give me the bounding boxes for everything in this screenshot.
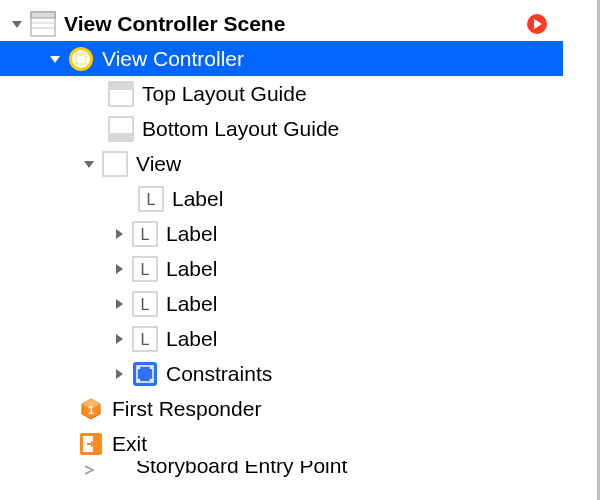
layout-guide-icon	[108, 81, 134, 107]
disclosure-triangle-icon[interactable]	[82, 157, 96, 171]
label-row[interactable]: L Label	[0, 286, 563, 321]
svg-marker-7	[50, 56, 60, 63]
svg-point-35	[150, 366, 153, 369]
layout-guide-icon	[108, 116, 134, 142]
disclosure-triangle-icon[interactable]	[112, 227, 126, 241]
svg-text:L: L	[141, 261, 150, 278]
disclosure-triangle-icon[interactable]	[48, 52, 62, 66]
svg-marker-31	[116, 369, 123, 379]
svg-rect-2	[31, 12, 55, 18]
svg-marker-22	[116, 264, 123, 274]
document-outline[interactable]: View Controller Scene View Controller	[0, 0, 563, 479]
label-text: Label	[166, 258, 217, 279]
svg-text:L: L	[141, 226, 150, 243]
constraints-icon	[132, 361, 158, 387]
svg-rect-16	[103, 152, 127, 176]
svg-point-36	[138, 378, 141, 381]
svg-text:L: L	[147, 191, 156, 208]
goto-icon[interactable]	[526, 13, 548, 35]
disclosure-triangle-icon[interactable]	[10, 17, 24, 31]
scene-title: View Controller Scene	[64, 13, 285, 34]
label-row[interactable]: L Label	[0, 216, 563, 251]
bottom-layout-guide-row[interactable]: Bottom Layout Guide	[0, 111, 563, 146]
storyboard-entry-label: Storyboard Entry Point	[136, 461, 347, 476]
label-text: Label	[172, 188, 223, 209]
scene-row[interactable]: View Controller Scene	[0, 6, 563, 41]
label-row[interactable]: L Label	[0, 181, 563, 216]
label-icon: L	[132, 221, 158, 247]
scene-icon	[30, 11, 56, 37]
exit-icon	[78, 431, 104, 457]
svg-marker-0	[12, 21, 22, 28]
svg-text:L: L	[141, 296, 150, 313]
svg-text:L: L	[141, 331, 150, 348]
label-row[interactable]: L Label	[0, 251, 563, 286]
entry-arrow-icon	[82, 463, 96, 477]
label-icon: L	[132, 291, 158, 317]
label-text: Label	[166, 328, 217, 349]
first-responder-row[interactable]: 1 First Responder	[0, 391, 563, 426]
exit-row[interactable]: Exit	[0, 426, 563, 461]
first-responder-label: First Responder	[112, 398, 261, 419]
view-controller-label: View Controller	[102, 48, 244, 69]
top-layout-guide-label: Top Layout Guide	[142, 83, 307, 104]
svg-rect-14	[109, 133, 133, 141]
svg-marker-28	[116, 334, 123, 344]
constraints-label: Constraints	[166, 363, 272, 384]
view-row[interactable]: View	[0, 146, 563, 181]
svg-point-37	[150, 378, 153, 381]
svg-text:1: 1	[88, 404, 94, 416]
label-row[interactable]: L Label	[0, 321, 563, 356]
exit-label: Exit	[112, 433, 147, 454]
label-text: Label	[166, 293, 217, 314]
view-controller-icon	[68, 46, 94, 72]
svg-point-9	[72, 50, 90, 68]
label-icon: L	[132, 326, 158, 352]
svg-marker-25	[116, 299, 123, 309]
view-controller-row[interactable]: View Controller	[0, 41, 563, 76]
svg-point-34	[138, 366, 141, 369]
disclosure-triangle-icon[interactable]	[112, 367, 126, 381]
constraints-row[interactable]: Constraints	[0, 356, 563, 391]
svg-marker-15	[84, 161, 94, 168]
top-layout-guide-row[interactable]: Top Layout Guide	[0, 76, 563, 111]
disclosure-triangle-icon[interactable]	[112, 332, 126, 346]
label-text: Label	[166, 223, 217, 244]
storyboard-entry-row[interactable]: Storyboard Entry Point	[0, 461, 563, 479]
svg-marker-19	[116, 229, 123, 239]
bottom-layout-guide-label: Bottom Layout Guide	[142, 118, 339, 139]
label-icon: L	[132, 256, 158, 282]
view-icon	[102, 151, 128, 177]
disclosure-triangle-icon[interactable]	[112, 297, 126, 311]
label-icon: L	[138, 186, 164, 212]
svg-rect-12	[109, 82, 133, 90]
disclosure-triangle-icon[interactable]	[112, 262, 126, 276]
view-label: View	[136, 153, 181, 174]
first-responder-icon: 1	[78, 396, 104, 422]
